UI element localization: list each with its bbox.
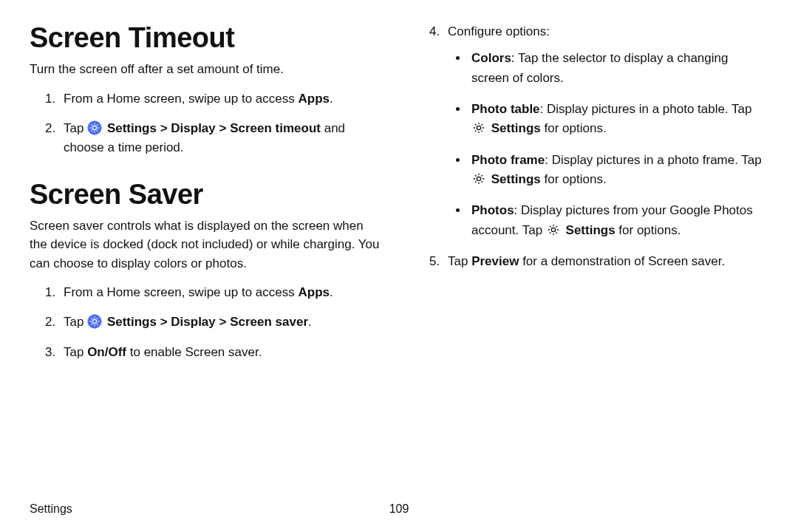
heading-screen-saver: Screen Saver: [30, 179, 384, 211]
step-text: Tap: [448, 254, 471, 268]
option-bold: Settings: [491, 172, 541, 186]
step-text: .: [308, 315, 312, 329]
step-bold: Apps: [298, 285, 330, 299]
option-item: Photos: Display pictures from your Googl…: [468, 201, 768, 240]
settings-icon: [87, 314, 102, 329]
option-label: Photo frame: [471, 153, 545, 167]
left-column: Screen Timeout Turn the screen off after…: [30, 22, 384, 372]
page-number: 109: [389, 502, 409, 516]
option-item: Colors: Tap the selector to display a ch…: [468, 49, 768, 88]
step-text: .: [330, 92, 333, 106]
option-text: for options.: [541, 121, 607, 135]
step-text: Tap: [64, 345, 87, 359]
step-bold: Settings > Display > Screen saver: [107, 315, 308, 329]
intro-screen-saver: Screen saver controls what is displayed …: [30, 216, 384, 273]
step-bold: On/Off: [87, 345, 126, 359]
footer-section-label: Settings: [30, 502, 72, 516]
settings-icon: [546, 222, 561, 237]
step-text: From a Home screen, swipe up to access: [64, 92, 298, 106]
page-columns: Screen Timeout Turn the screen off after…: [30, 22, 768, 372]
step-text: Configure options:: [448, 24, 550, 38]
intro-screen-timeout: Turn the screen off after a set amount o…: [30, 60, 384, 79]
option-item: Photo table: Display pictures in a photo…: [468, 100, 768, 139]
step-text: From a Home screen, swipe up to access: [64, 285, 298, 299]
option-bold: Settings: [566, 223, 615, 237]
option-bold: Settings: [491, 121, 541, 135]
settings-icon: [87, 120, 102, 135]
step-bold: Settings > Display > Screen timeout: [107, 121, 321, 135]
settings-icon: [471, 171, 486, 186]
step-item: Tap On/Off to enable Screen saver.: [59, 343, 384, 362]
step-bold: Apps: [298, 92, 330, 106]
step-text: for a demonstration of Screen saver.: [519, 254, 725, 268]
step-text: to enable Screen saver.: [126, 345, 262, 359]
option-text: : Display pictures in a photo frame. Tap: [545, 153, 762, 167]
step-item: Tap Settings > Display > Screen saver.: [59, 313, 384, 332]
step-text: .: [330, 285, 333, 299]
option-text: : Display pictures in a photo table. Tap: [540, 102, 752, 116]
steps-screen-saver: From a Home screen, swipe up to access A…: [30, 283, 384, 362]
steps-screen-saver-continued: Configure options: Colors: Tap the selec…: [414, 22, 768, 271]
option-text: for options.: [615, 223, 681, 237]
steps-screen-timeout: From a Home screen, swipe up to access A…: [30, 89, 384, 158]
step-item: Tap Settings > Display > Screen timeout …: [59, 119, 384, 158]
options-list: Colors: Tap the selector to display a ch…: [448, 49, 768, 240]
step-item: Tap Preview for a demonstration of Scree…: [443, 252, 768, 271]
option-text: for options.: [541, 172, 607, 186]
option-label: Photo table: [471, 102, 540, 116]
step-bold: Preview: [471, 254, 519, 268]
step-item: From a Home screen, swipe up to access A…: [59, 89, 384, 109]
option-label: Colors: [471, 51, 511, 65]
option-item: Photo frame: Display pictures in a photo…: [468, 151, 768, 190]
settings-icon: [471, 120, 486, 135]
step-text: Tap: [64, 315, 87, 329]
step-item: From a Home screen, swipe up to access A…: [59, 283, 384, 302]
step-item: Configure options: Colors: Tap the selec…: [443, 22, 768, 240]
option-label: Photos: [471, 203, 514, 217]
right-column: Configure options: Colors: Tap the selec…: [414, 22, 768, 372]
heading-screen-timeout: Screen Timeout: [30, 22, 384, 54]
step-text: Tap: [64, 121, 87, 135]
